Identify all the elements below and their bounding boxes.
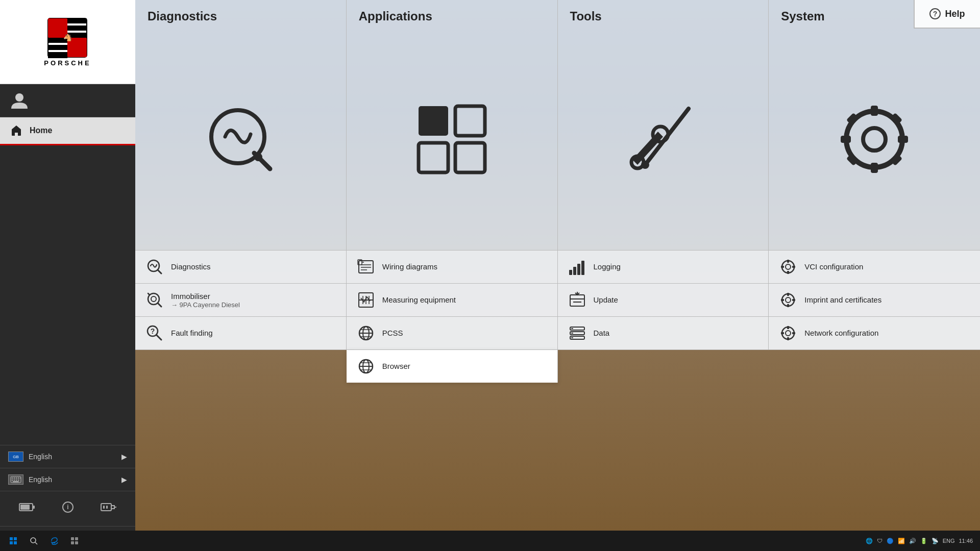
svg-rect-15 [16,478,17,479]
edge-taskbar-button[interactable] [45,532,63,550]
taskbar-time: 11:46 [959,538,973,544]
menu-item-data-label: Data [594,328,610,338]
svg-rect-91 [787,293,789,296]
menu-item-vci[interactable]: VCI configuration [769,251,980,283]
taskbar-signal-icon: 📡 [932,538,939,544]
menu-item-logging[interactable]: Logging [558,251,769,283]
start-button[interactable] [4,532,22,550]
svg-rect-50 [871,106,878,116]
menu-item-logging-label: Logging [594,262,621,272]
menu-item-diagnostics-label: Diagnostics [171,262,211,272]
svg-rect-69 [581,261,584,275]
grid-cell-system[interactable]: System [769,0,980,250]
menu-item-wiring[interactable]: Wiring diagrams [347,251,558,283]
menu-item-fault[interactable]: ? Fault finding [135,317,347,349]
menu-item-imprint[interactable]: Imprint and certificates [769,284,980,316]
browser-empty-1 [135,350,347,383]
svg-rect-129 [71,537,74,540]
porsche-emblem-icon: 🐴 [47,17,88,58]
svg-rect-92 [787,304,789,307]
svg-text:i: i [67,504,68,511]
menu-item-pcss-label: PCSS [382,328,403,338]
svg-point-110 [786,331,791,336]
taskbar: 🌐 🛡 🔵 📶 🔊 🔋 📡 ENG 11:46 [0,531,980,551]
menu-item-update[interactable]: Update [558,284,769,316]
svg-rect-52 [841,136,851,143]
menu-item-measuring-label: Measuring equipment [382,295,456,305]
svg-rect-67 [573,267,576,275]
taskbar-wifi-icon: 📶 [898,538,905,544]
user-area [0,84,135,117]
sidebar-language-1[interactable]: GB English ▶ [0,445,135,468]
language-2-label: English [29,475,52,484]
diag-icon [145,258,164,276]
data-icon [568,324,586,342]
keyboard-icon [8,474,23,485]
svg-rect-25 [20,505,30,510]
menu-item-data[interactable]: Data [558,317,769,349]
sidebar-bottom: i [0,491,135,526]
chevron-right-icon-1: ▶ [121,453,127,461]
bottom-rows: Diagnostics Wiring diagrams [135,250,980,383]
fault-icon: ? [145,324,164,342]
menu-item-vci-label: VCI configuration [804,262,863,272]
taskbar-search-icon [30,537,38,545]
svg-rect-43 [455,143,485,172]
menu-item-pcss[interactable]: PCSS [347,317,558,349]
svg-rect-53 [898,136,908,143]
svg-rect-13 [12,478,13,479]
svg-rect-19 [14,480,15,481]
svg-rect-131 [71,541,74,544]
svg-rect-94 [792,299,795,301]
svg-rect-5 [48,52,67,58]
svg-rect-32 [106,506,108,509]
top-grid: Diagnostics Applications [135,0,980,250]
menu-item-fault-label: Fault finding [171,328,213,338]
browser-icon [357,357,375,375]
menu-item-measuring[interactable]: Measuring equipment [347,284,558,316]
grid-cell-diagnostics[interactable]: Diagnostics [135,0,347,250]
menu-item-diagnostics[interactable]: Diagnostics [135,251,347,283]
menu-item-wiring-label: Wiring diagrams [382,262,437,272]
connector-svg-icon [101,502,117,513]
svg-rect-111 [787,326,789,329]
connector-icon [97,498,120,519]
grid-cell-applications[interactable]: Applications [347,0,558,250]
search-taskbar-button[interactable] [24,532,43,550]
battery-icon [16,499,38,518]
windows-icon [9,537,17,545]
help-button[interactable]: ? Help [914,0,980,29]
menu-item-update-label: Update [594,295,618,305]
svg-rect-4 [48,45,67,50]
svg-rect-108 [571,337,573,338]
svg-rect-29 [111,506,114,509]
svg-rect-14 [14,478,15,479]
svg-rect-125 [10,541,13,544]
immobiliser-icon [145,291,164,309]
svg-rect-66 [569,270,572,275]
main-content: ? Help Diagnostics Applications [135,0,980,551]
svg-rect-107 [571,333,573,334]
sidebar-language-2[interactable]: English ▶ [0,468,135,491]
svg-point-11 [15,93,23,102]
help-label: Help [945,9,965,19]
svg-rect-20 [16,480,17,481]
taskbar-volume-icon: 🔊 [909,538,916,544]
svg-rect-93 [781,299,784,301]
svg-rect-114 [792,332,795,334]
info-svg-icon: i [62,502,74,513]
menu-item-browser[interactable]: Browser [347,350,558,383]
svg-line-59 [158,270,161,273]
menu-item-immobiliser[interactable]: Immobiliser → 9PA Cayenne Diesel [135,284,347,316]
app-taskbar-button[interactable] [65,532,84,550]
info-icon[interactable]: i [59,498,77,519]
svg-rect-106 [571,328,573,329]
svg-rect-31 [103,506,105,509]
svg-rect-126 [14,541,17,544]
system-icon [834,98,915,180]
svg-point-77 [151,296,156,302]
menu-item-network[interactable]: Network configuration [769,317,980,349]
sidebar-item-home[interactable]: Home [0,117,135,145]
taskbar-battery-icon: 🔋 [920,538,927,544]
grid-cell-tools[interactable]: Tools [558,0,769,250]
